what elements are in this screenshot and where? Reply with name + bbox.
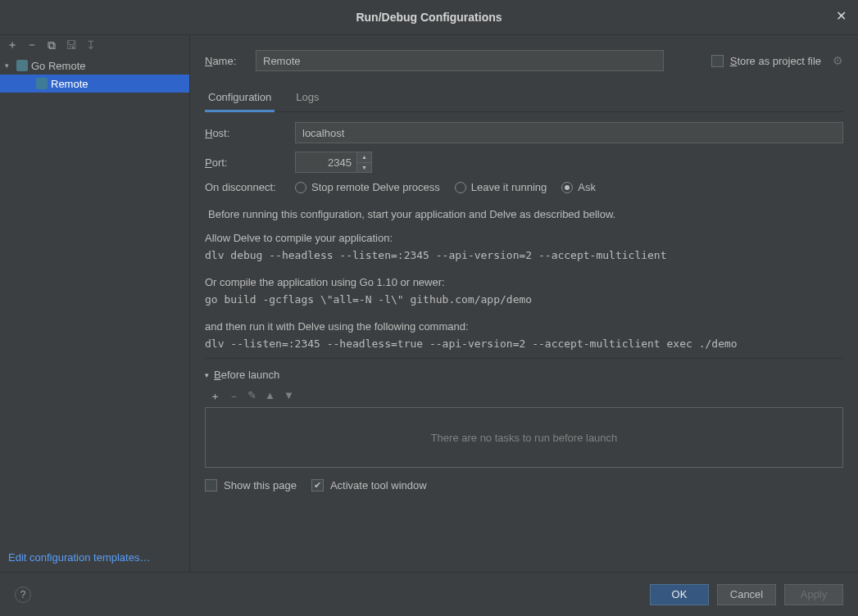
- store-label: Store as project file: [730, 55, 821, 67]
- close-icon[interactable]: ✕: [836, 10, 847, 23]
- radio-label: Leave it running: [471, 181, 547, 193]
- copy-icon[interactable]: ⧉: [44, 38, 59, 52]
- edit-icon: ✎: [247, 389, 256, 404]
- block1-cmd: dlv debug --headless --listen=:2345 --ap…: [205, 249, 843, 261]
- checkbox-icon[interactable]: ✔: [311, 479, 324, 491]
- checkbox-label: Show this page: [224, 479, 297, 491]
- help-icon[interactable]: ?: [15, 587, 31, 603]
- tree-group-go-remote[interactable]: ▾ Go Remote: [0, 57, 189, 75]
- host-row: Host:: [205, 122, 843, 143]
- radio-leave[interactable]: Leave it running: [455, 181, 547, 193]
- on-disconnect-group: Stop remote Delve process Leave it runni…: [295, 181, 596, 193]
- chevron-down-icon: ▾: [5, 61, 13, 70]
- gear-icon[interactable]: ⚙: [833, 54, 843, 67]
- sidebar: ＋ － ⧉ 🖫 ↧ ▾ Go Remote Remote Edit config…: [0, 35, 190, 572]
- before-launch-header[interactable]: ▾ Before launch: [205, 369, 843, 381]
- titlebar: Run/Debug Configurations ✕: [0, 0, 858, 34]
- activate-tool-window[interactable]: ✔ Activate tool window: [311, 479, 427, 491]
- ok-button[interactable]: OK: [650, 584, 709, 605]
- footer-checks: Show this page ✔ Activate tool window: [205, 479, 843, 491]
- radio-ask[interactable]: Ask: [561, 181, 596, 193]
- block3-cmd: dlv --listen=:2345 --headless=true --api…: [205, 337, 843, 350]
- on-disconnect-row: On disconnect: Stop remote Delve process…: [205, 181, 843, 193]
- block3-label: and then run it with Delve using the fol…: [205, 320, 843, 333]
- on-disconnect-label: On disconnect:: [205, 181, 295, 193]
- before-launch-empty: There are no tasks to run before launch: [431, 432, 618, 444]
- port-row: Port: ▲ ▼: [205, 152, 843, 173]
- radio-label: Ask: [578, 181, 596, 193]
- dialog-content: ＋ － ⧉ 🖫 ↧ ▾ Go Remote Remote Edit config…: [0, 34, 858, 572]
- go-icon: [16, 60, 28, 71]
- up-icon: ▲: [265, 389, 275, 404]
- cancel-button[interactable]: Cancel: [717, 584, 776, 605]
- remove-icon[interactable]: －: [25, 38, 39, 52]
- dialog-buttons: ? OK Cancel Apply: [0, 572, 858, 616]
- block2-label: Or compile the application using Go 1.10…: [205, 276, 843, 288]
- sort-icon[interactable]: ↧: [84, 38, 98, 52]
- port-stepper[interactable]: ▲ ▼: [357, 152, 372, 173]
- radio-stop[interactable]: Stop remote Delve process: [295, 181, 440, 193]
- sidebar-footer: Edit configuration templates…: [0, 546, 189, 572]
- remove-icon: －: [229, 389, 239, 404]
- store-checkbox[interactable]: [711, 55, 724, 67]
- store-as-project[interactable]: Store as project file ⚙: [711, 54, 843, 67]
- tree-group-label: Go Remote: [31, 60, 85, 72]
- before-launch-toolbar: ＋ － ✎ ▲ ▼: [205, 386, 843, 407]
- name-row: Name: Store as project file ⚙: [205, 50, 843, 71]
- save-icon[interactable]: 🖫: [64, 38, 79, 52]
- name-label: Name:: [205, 55, 243, 67]
- tree-item-remote[interactable]: Remote: [0, 75, 189, 93]
- tab-logs[interactable]: Logs: [293, 86, 322, 111]
- radio-icon[interactable]: [295, 182, 306, 193]
- down-icon: ▼: [284, 389, 294, 404]
- checkbox-label: Activate tool window: [330, 479, 427, 491]
- block1-label: Allow Delve to compile your application:: [205, 232, 843, 244]
- checkbox-icon[interactable]: [205, 479, 217, 491]
- port-label: Port:: [205, 156, 295, 169]
- tree-item-label: Remote: [51, 78, 89, 90]
- edit-templates-link[interactable]: Edit configuration templates…: [8, 551, 150, 564]
- add-icon[interactable]: ＋: [210, 389, 220, 404]
- config-tree: ▾ Go Remote Remote: [0, 55, 189, 546]
- dialog-title: Run/Debug Configurations: [356, 11, 502, 24]
- radio-label: Stop remote Delve process: [311, 181, 440, 193]
- tabs: Configuration Logs: [205, 86, 843, 112]
- main-panel: Name: Store as project file ⚙ Configurat…: [190, 35, 858, 572]
- radio-icon[interactable]: [455, 182, 466, 193]
- name-input[interactable]: [256, 50, 664, 71]
- go-icon: [36, 78, 48, 89]
- before-launch-label: Before launch: [214, 369, 279, 381]
- port-input[interactable]: [295, 152, 357, 173]
- host-label: Host:: [205, 127, 295, 139]
- description-text: Before running this configuration, start…: [208, 208, 843, 220]
- stepper-down-icon[interactable]: ▼: [357, 163, 371, 173]
- host-input[interactable]: [295, 122, 843, 143]
- stepper-up-icon[interactable]: ▲: [357, 152, 371, 163]
- block2-cmd: go build -gcflags \"all=-N -l\" github.c…: [205, 293, 843, 306]
- chevron-down-icon: ▾: [205, 371, 209, 379]
- tab-configuration[interactable]: Configuration: [205, 86, 275, 112]
- before-launch-list: There are no tasks to run before launch: [205, 407, 843, 468]
- add-icon[interactable]: ＋: [5, 38, 20, 52]
- radio-icon[interactable]: [561, 182, 573, 193]
- show-this-page[interactable]: Show this page: [205, 479, 297, 491]
- apply-button[interactable]: Apply: [784, 584, 843, 605]
- sidebar-toolbar: ＋ － ⧉ 🖫 ↧: [0, 35, 189, 55]
